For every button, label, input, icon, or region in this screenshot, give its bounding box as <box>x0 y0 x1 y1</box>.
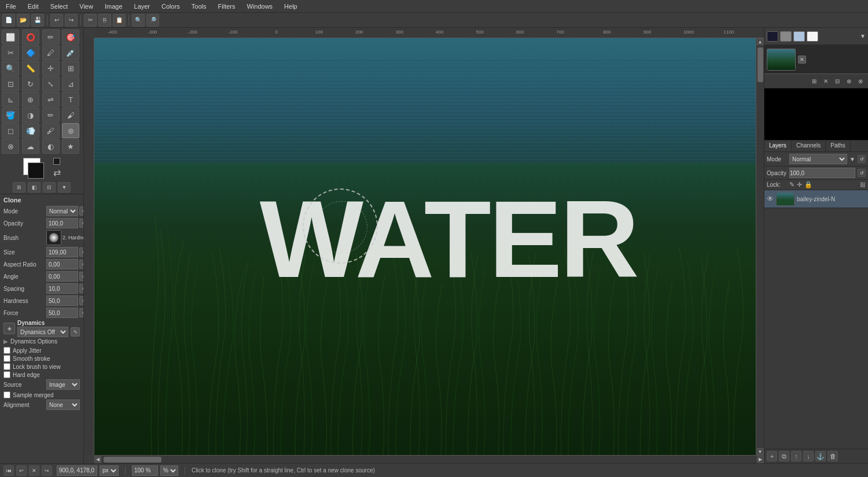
tool-transform[interactable]: ⊕ <box>22 92 39 107</box>
tool-flip[interactable]: ⇌ <box>42 92 60 107</box>
tab-layers[interactable]: Layers <box>764 140 792 151</box>
expand-icon[interactable]: ▼ <box>58 182 71 193</box>
layers-opacity-input[interactable] <box>789 168 855 178</box>
coords-input[interactable] <box>57 465 97 476</box>
menu-file[interactable]: File <box>3 2 19 11</box>
tool-crop[interactable]: ⊡ <box>2 76 19 91</box>
lock-brush-checkbox[interactable] <box>3 363 10 370</box>
lock-pixels-icon[interactable]: ✎ <box>789 181 795 188</box>
status-undo-btn[interactable]: ↩ <box>16 465 27 476</box>
layer-delete-button[interactable]: 🗑 <box>827 451 838 461</box>
redo-button[interactable]: ↪ <box>65 14 78 27</box>
tool-zoom[interactable]: 🔍 <box>2 61 19 76</box>
undo-button[interactable]: ↩ <box>50 14 63 27</box>
tab-channels[interactable]: Channels <box>792 140 826 151</box>
opacity-reset[interactable]: ↺ <box>79 219 84 228</box>
apply-jitter-checkbox[interactable] <box>3 347 10 354</box>
vertical-scroll-thumb[interactable] <box>757 47 763 82</box>
tool-eraser[interactable]: ◻ <box>2 123 19 138</box>
dynamics-options-label[interactable]: Dynamics Options <box>10 338 57 345</box>
tool-rotate[interactable]: ↻ <box>22 76 39 91</box>
layer-duplicate-button[interactable]: ⧉ <box>779 451 789 461</box>
tool-clone[interactable]: ⊛ <box>62 123 79 138</box>
tool-airbrush[interactable]: 💨 <box>22 123 39 138</box>
preview-thumbnail[interactable] <box>767 49 796 71</box>
layer-down-button[interactable]: ↓ <box>803 451 814 461</box>
tool-heal[interactable]: ⊗ <box>2 139 19 154</box>
color-chip-1[interactable] <box>767 31 778 42</box>
layers-mode-expand[interactable]: ▼ <box>849 156 855 162</box>
tool-move[interactable]: ✛ <box>42 61 60 76</box>
zoom-out-button[interactable]: 🔎 <box>146 14 159 27</box>
force-input[interactable] <box>46 308 78 318</box>
open-button[interactable]: 📂 <box>17 14 30 27</box>
menu-tools[interactable]: Tools <box>189 2 209 11</box>
chain-icon[interactable]: ⛓ <box>860 182 866 188</box>
tool-perspective[interactable]: ⊾ <box>2 92 19 107</box>
tool-custom[interactable]: ★ <box>62 139 79 154</box>
opacity-input[interactable] <box>46 218 78 228</box>
status-close-btn[interactable]: ✕ <box>29 465 39 476</box>
tool-ink[interactable]: 🖋 <box>42 123 60 138</box>
dynamics-edit[interactable]: ✎ <box>71 327 80 337</box>
menu-filters[interactable]: Filters <box>216 2 238 11</box>
menu-help[interactable]: Help <box>282 2 300 11</box>
zoom-in-button[interactable]: 🔍 <box>132 14 145 27</box>
color-chip-4[interactable] <box>807 31 818 42</box>
aspect-reset[interactable]: ↺ <box>79 260 84 269</box>
tool-rect-select[interactable]: ⬜ <box>2 29 19 45</box>
horizontal-scroll-thumb[interactable] <box>104 457 161 463</box>
reset-colors-icon[interactable]: ⇄ <box>53 167 61 178</box>
icon-1[interactable]: ⊞ <box>13 182 25 193</box>
layers-mode-select[interactable]: Normal <box>789 154 847 164</box>
right-panel-expand[interactable]: ▼ <box>860 33 866 39</box>
tool-smudge[interactable]: ☁ <box>22 139 39 154</box>
hardness-input[interactable] <box>46 295 78 306</box>
scroll-left-arrow[interactable]: ◀ <box>94 456 101 463</box>
menu-image[interactable]: Image <box>102 2 125 11</box>
mode-select[interactable]: Normal <box>46 206 78 216</box>
tool-text[interactable]: T <box>62 92 79 107</box>
canvas-right-scrollbar[interactable]: ▲ ▼ <box>756 38 764 455</box>
rt-icon-4[interactable]: ⊕ <box>844 76 854 86</box>
icon-3[interactable]: ⊟ <box>43 182 56 193</box>
tool-paths[interactable]: 🖊 <box>42 45 60 60</box>
close-preview-button[interactable]: ✕ <box>798 56 806 64</box>
menu-colors[interactable]: Colors <box>159 2 182 11</box>
tool-color-picker[interactable]: 💉 <box>62 45 79 60</box>
menu-edit[interactable]: Edit <box>25 2 41 11</box>
zoom-select[interactable]: % <box>160 465 178 476</box>
tool-blend[interactable]: ◑ <box>22 108 39 123</box>
spacing-reset[interactable]: ↺ <box>79 284 84 293</box>
tool-measure[interactable]: 📏 <box>22 61 39 76</box>
layers-opacity-reset[interactable]: ↺ <box>858 169 866 177</box>
rt-icon-2[interactable]: ✕ <box>821 76 831 86</box>
layer-new-button[interactable]: + <box>767 451 777 461</box>
spacing-input[interactable] <box>46 283 78 294</box>
scroll-right-arrow[interactable]: ▶ <box>757 456 764 463</box>
layer-up-button[interactable]: ↑ <box>791 451 801 461</box>
hardness-reset[interactable]: ↺ <box>79 296 84 305</box>
tool-scissors[interactable]: ✂ <box>2 45 19 60</box>
hard-edge-checkbox[interactable] <box>3 371 10 378</box>
force-reset[interactable]: ↺ <box>79 308 84 317</box>
unit-select[interactable]: px <box>100 465 119 476</box>
copy-button[interactable]: ⎘ <box>98 14 111 27</box>
tool-ellipse-select[interactable]: ⭕ <box>22 29 39 45</box>
tool-foreground-select[interactable]: 🔷 <box>22 45 39 60</box>
lock-position-icon[interactable]: ✛ <box>797 181 802 188</box>
menu-view[interactable]: View <box>77 2 95 11</box>
tool-bucket[interactable]: 🪣 <box>2 108 19 123</box>
save-button[interactable]: 💾 <box>31 14 44 27</box>
color-chip-2[interactable] <box>780 31 792 42</box>
tool-paintbrush[interactable]: 🖌 <box>62 108 79 123</box>
tool-fuzzy-select[interactable]: 🎯 <box>62 29 79 45</box>
lock-all-icon[interactable]: 🔒 <box>804 181 812 188</box>
layer-anchor-button[interactable]: ⚓ <box>815 451 826 461</box>
angle-input[interactable] <box>46 271 78 282</box>
menu-select[interactable]: Select <box>48 2 71 11</box>
tab-paths[interactable]: Paths <box>826 140 851 151</box>
tool-pencil[interactable]: ✏ <box>42 108 60 123</box>
size-input[interactable] <box>46 247 78 257</box>
scroll-up-arrow[interactable]: ▲ <box>757 38 764 45</box>
